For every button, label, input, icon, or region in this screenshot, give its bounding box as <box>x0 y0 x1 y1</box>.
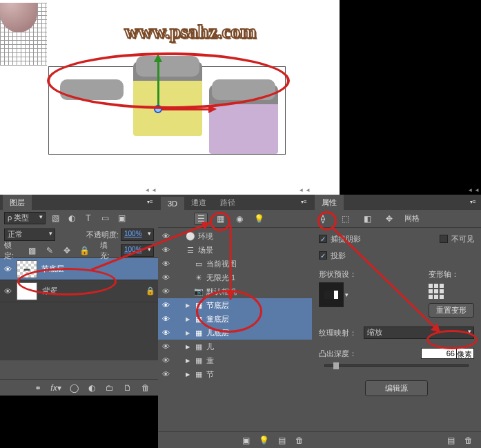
filter-smart-icon[interactable]: ▣ <box>115 212 128 224</box>
opacity-select[interactable]: 100% <box>121 228 154 241</box>
tree-row[interactable]: 👁▭当前视图 <box>158 257 312 271</box>
cap-properties-icon[interactable]: ◧ <box>360 213 374 225</box>
new-group-icon[interactable]: 🗀 <box>103 382 117 394</box>
filter-whole-scene-icon[interactable]: ☰ <box>194 213 208 225</box>
filter-type-select[interactable]: ρ 类型 <box>4 212 46 224</box>
add-adjustment-icon[interactable]: ◐ <box>85 382 99 394</box>
filter-pixel-icon[interactable]: ▧ <box>48 212 62 224</box>
texture-map-select[interactable]: 缩放 <box>364 327 474 339</box>
tree-row[interactable]: 👁☀无限光 1 <box>158 271 312 284</box>
add-mask-icon[interactable]: ◯ <box>67 382 81 394</box>
reset-deform-button[interactable]: 重置变形 <box>429 303 474 318</box>
axis-y-handle[interactable] <box>157 57 159 110</box>
extrude-depth-input[interactable] <box>421 348 457 359</box>
deform-axis-grid[interactable] <box>429 284 474 299</box>
visibility-eye-icon[interactable]: 👁 <box>161 260 170 268</box>
panel-collapse-icon[interactable]: ◄◄ <box>467 187 481 193</box>
delete-3d-icon[interactable]: 🗑 <box>293 434 306 447</box>
layer-thumbnail[interactable] <box>17 282 37 300</box>
visibility-eye-icon[interactable]: 👁 <box>161 273 170 282</box>
tree-toggle-icon[interactable]: ▶ <box>184 302 191 309</box>
tree-toggle-icon[interactable]: ▶ <box>184 358 191 364</box>
watermark-text: www.psahz.com <box>124 21 256 43</box>
panel-menu-button[interactable] <box>147 197 157 206</box>
document-canvas[interactable]: www.psahz.com <box>0 0 340 195</box>
invisible-checkbox[interactable]: 不可见 <box>440 234 474 244</box>
panel-menu-button[interactable] <box>301 197 311 206</box>
extrude-slider[interactable] <box>324 364 469 367</box>
tree-row[interactable]: 👁▶▦童底层 <box>158 312 312 326</box>
delete-layer-icon[interactable]: 🗑 <box>139 382 153 394</box>
layer-fx-icon[interactable]: fx▾ <box>49 382 63 394</box>
visibility-eye-icon[interactable]: 👁 <box>161 287 170 295</box>
new-light-icon[interactable]: 💡 <box>257 434 271 447</box>
fill-label: 填充: <box>100 240 117 261</box>
deform-properties-icon[interactable]: ⬚ <box>338 213 352 225</box>
mesh-properties-icon[interactable]: ⟠ <box>316 213 330 225</box>
panel-collapse-icon[interactable]: ◄◄ <box>144 187 158 193</box>
tree-item-label: 儿 <box>206 342 214 352</box>
visibility-eye-icon[interactable]: 👁 <box>161 370 170 378</box>
link-layers-icon[interactable]: ⚭ <box>31 382 45 394</box>
layer-thumbnail[interactable]: ▬ <box>17 260 37 278</box>
render-icon[interactable]: ▤ <box>444 434 458 447</box>
tree-row[interactable]: 👁☰场景 <box>158 243 312 257</box>
filter-adjust-icon[interactable]: ◐ <box>65 212 79 224</box>
filter-shape-icon[interactable]: ▭ <box>98 212 112 224</box>
blend-mode-select[interactable]: 正常 <box>4 228 55 241</box>
lock-position-icon[interactable]: ✥ <box>60 244 74 257</box>
layer-list: 👁 ▬ 节底层 👁 背景 🔒 <box>0 258 158 360</box>
visibility-eye-icon[interactable]: 👁 <box>161 342 170 351</box>
tab-channels[interactable]: 通道 <box>184 195 213 210</box>
tree-toggle-icon[interactable]: ▶ <box>184 316 191 322</box>
fill-select[interactable]: 100% <box>121 244 154 257</box>
3d-toggle-icon[interactable]: ▣ <box>239 434 253 447</box>
visibility-eye-icon[interactable]: 👁 <box>3 287 12 295</box>
tree-row[interactable]: 👁⚪环境 <box>158 229 312 243</box>
lock-paint-icon[interactable]: ✎ <box>43 244 57 257</box>
layer-row[interactable]: 👁 背景 🔒 <box>0 280 158 302</box>
visibility-eye-icon[interactable]: 👁 <box>161 329 170 337</box>
tree-row[interactable]: 👁▶▦儿 <box>158 340 312 353</box>
tab-3d[interactable]: 3D <box>161 197 184 210</box>
tree-toggle-icon[interactable]: ▶ <box>184 330 191 336</box>
tree-row[interactable]: 👁▶▦童 <box>158 353 312 367</box>
tree-toggle-icon[interactable]: ▶ <box>184 371 191 378</box>
tab-properties[interactable]: 属性 <box>315 195 344 210</box>
lock-all-icon[interactable]: 🔒 <box>78 244 92 257</box>
axis-x-handle[interactable] <box>159 108 214 110</box>
lock-transparent-icon[interactable]: ▩ <box>25 244 39 257</box>
tree-row[interactable]: 👁▶▦儿底层 <box>158 326 312 340</box>
preset-dropdown-icon[interactable]: ▾ <box>345 291 349 298</box>
layer-row[interactable]: 👁 ▬ 节底层 <box>0 258 158 280</box>
coord-properties-icon[interactable]: ✥ <box>382 213 396 225</box>
tree-toggle-icon[interactable]: ▶ <box>184 344 191 350</box>
visibility-eye-icon[interactable]: 👁 <box>161 356 170 364</box>
panel-collapse-icon[interactable]: ◄◄ <box>298 187 312 193</box>
tab-paths[interactable]: 路径 <box>213 195 242 210</box>
visibility-eye-icon[interactable]: 👁 <box>161 301 170 309</box>
panel-menu-button[interactable] <box>470 197 480 206</box>
delete-icon[interactable]: 🗑 <box>462 434 475 447</box>
3d-bounding-box[interactable] <box>48 66 286 155</box>
filter-light-icon[interactable]: 💡 <box>252 213 266 225</box>
render-icon[interactable]: ▤ <box>275 434 288 447</box>
cast-shadow-checkbox[interactable]: ✓投影 <box>319 251 346 261</box>
filter-mesh-icon[interactable]: ▦ <box>213 213 227 225</box>
tree-row[interactable]: 👁▶▦节 <box>158 367 312 381</box>
axis-z-handle[interactable] <box>154 105 162 113</box>
filter-type-icon[interactable]: T <box>81 212 95 224</box>
edit-source-button[interactable]: 编辑源 <box>365 380 428 396</box>
filter-material-icon[interactable]: ◉ <box>233 213 246 225</box>
tree-row[interactable]: 👁📷默认相机 <box>158 284 312 298</box>
tree-item-label: 节 <box>206 369 214 380</box>
tab-layers[interactable]: 图层 <box>3 195 32 210</box>
visibility-eye-icon[interactable]: 👁 <box>161 315 170 323</box>
visibility-eye-icon[interactable]: 👁 <box>161 246 170 254</box>
new-layer-icon[interactable]: 🗋 <box>121 382 135 394</box>
shape-preset-swatch[interactable] <box>319 282 344 307</box>
tree-row[interactable]: 👁▶▦节底层 <box>158 298 312 312</box>
visibility-eye-icon[interactable]: 👁 <box>161 232 170 240</box>
catch-shadow-checkbox[interactable]: ✓捕捉阴影 <box>319 234 361 244</box>
visibility-eye-icon[interactable]: 👁 <box>3 265 12 273</box>
